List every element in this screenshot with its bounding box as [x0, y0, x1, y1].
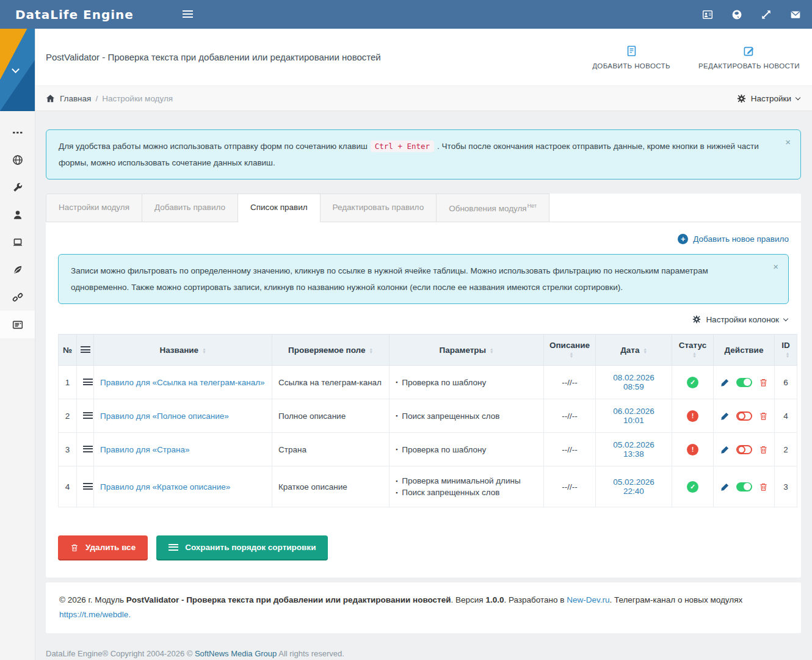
columns-settings-label: Настройки колонок — [706, 315, 779, 324]
row-params-cell: ▪Проверка по шаблону — [390, 433, 544, 466]
col-id[interactable]: ID▲▼ — [775, 335, 797, 366]
drag-handle-icon[interactable] — [83, 483, 93, 490]
topbar-icons — [702, 9, 812, 20]
col-action: Действие — [714, 335, 775, 366]
sidebar-item-themes[interactable] — [0, 256, 35, 283]
settings-dropdown[interactable]: Настройки — [737, 94, 800, 103]
row-number: 2 — [59, 399, 77, 433]
status-icon[interactable]: ! — [687, 444, 698, 455]
date-link[interactable]: 05.02.2026 13:38 — [613, 440, 654, 459]
tab-edit-rule[interactable]: Редактировать правило — [321, 194, 437, 222]
footer-text: . Телеграм-канал о новых модулях — [609, 595, 742, 604]
toggle-switch[interactable] — [736, 482, 752, 491]
sidebar-item-users[interactable] — [0, 201, 35, 228]
add-new-rule-link[interactable]: + Добавить новое правило — [678, 234, 789, 244]
columns-settings-dropdown[interactable]: Настройки колонок — [692, 315, 788, 324]
close-icon[interactable]: × — [773, 262, 778, 271]
delete-all-button[interactable]: Удалить все — [58, 535, 148, 559]
status-icon[interactable]: ✓ — [687, 481, 698, 493]
pencil-icon[interactable] — [720, 378, 730, 387]
row-status-cell: ! — [672, 433, 714, 466]
col-status[interactable]: Статус▲▼ — [672, 335, 714, 366]
drag-handle-icon[interactable] — [83, 446, 93, 452]
rule-name-link[interactable]: Правило для «Полное описание» — [100, 412, 229, 421]
sidebar-item-modules[interactable] — [0, 311, 35, 338]
row-date-cell: 05.02.2026 22:40 — [596, 466, 672, 507]
brand-logo-text[interactable]: DataLife Engine — [0, 7, 134, 22]
close-icon[interactable]: × — [785, 137, 791, 147]
row-number: 1 — [59, 366, 77, 399]
fullscreen-icon[interactable] — [761, 9, 772, 20]
date-link[interactable]: 06.02.2026 10:01 — [613, 407, 654, 425]
save-order-button[interactable]: Сохранить порядок сортировки — [156, 535, 328, 559]
developer-link[interactable]: New-Dev.ru — [567, 595, 609, 604]
link-icon — [12, 292, 23, 303]
columns-settings-row: Настройки колонок — [58, 315, 788, 326]
tab-rules-list[interactable]: Список правил — [238, 194, 321, 222]
col-params[interactable]: Параметры▲▼ — [390, 335, 544, 366]
sidebar-item-more[interactable] — [0, 118, 35, 146]
toggle-switch[interactable] — [736, 445, 752, 454]
pencil-icon[interactable] — [720, 445, 730, 454]
params-list: ▪Проверка минимальной длины▪Поиск запрещ… — [396, 476, 537, 497]
trash-icon[interactable] — [759, 378, 768, 387]
status-icon[interactable]: ✓ — [687, 377, 698, 388]
pencil-icon[interactable] — [720, 412, 730, 421]
trash-icon[interactable] — [759, 482, 768, 491]
rule-name-link[interactable]: Правило для «Краткое описание» — [100, 482, 230, 491]
date-link[interactable]: 08.02.2026 08:59 — [613, 373, 654, 391]
add-news-button[interactable]: ДОБАВИТЬ НОВОСТЬ — [592, 45, 670, 70]
pencil-icon[interactable] — [720, 482, 730, 491]
rule-name-link[interactable]: Правило для «Страна» — [100, 445, 189, 454]
breadcrumb-separator: / — [95, 94, 98, 103]
sidebar-item-site[interactable] — [0, 146, 35, 173]
row-drag-cell[interactable] — [77, 466, 94, 507]
sidebar-logo[interactable] — [0, 29, 35, 111]
edit-news-button[interactable]: РЕДАКТИРОВАТЬ НОВОСТИ — [698, 45, 800, 70]
telegram-link[interactable]: https://t.me/webdle. — [59, 610, 131, 619]
tab-module-updates-label: Обновления модуля — [449, 204, 527, 213]
toggle-switch[interactable] — [736, 378, 752, 387]
module-card: Настройки модуля Добавить правило Список… — [46, 194, 801, 578]
col-name[interactable]: Название▲▼ — [94, 335, 272, 366]
chevron-down-icon — [783, 316, 788, 321]
tab-add-rule[interactable]: Добавить правило — [142, 194, 238, 222]
col-number: № — [59, 335, 77, 366]
list-card-icon — [12, 319, 23, 330]
hamburger-icon — [81, 346, 90, 353]
trash-icon[interactable] — [759, 412, 768, 421]
users-image-icon[interactable] — [702, 9, 713, 20]
toggle-switch[interactable] — [736, 412, 752, 421]
sidebar-item-system[interactable] — [0, 228, 35, 256]
mail-icon[interactable] — [790, 9, 801, 20]
laptop-icon — [12, 237, 23, 248]
tab-module-updates[interactable]: Обновления модуляНет — [437, 194, 549, 222]
status-icon[interactable]: ! — [687, 410, 698, 422]
rule-name-link[interactable]: Правило для «Ссылка на телеграм-канал» — [100, 378, 265, 387]
breadcrumb-home-link[interactable]: Главная — [60, 94, 91, 103]
row-drag-cell[interactable] — [77, 399, 94, 433]
date-link[interactable]: 05.02.2026 22:40 — [613, 477, 654, 496]
col-date[interactable]: Дата▲▼ — [596, 335, 672, 366]
menu-toggle-button[interactable] — [183, 9, 193, 20]
drag-handle-icon[interactable] — [83, 379, 93, 385]
row-date-cell: 08.02.2026 08:59 — [596, 366, 672, 399]
col-field[interactable]: Проверяемое поле▲▼ — [272, 335, 390, 366]
row-number: 3 — [59, 433, 77, 466]
module-footer-line1: © 2026 г. Модуль PostValidator - Проверк… — [59, 593, 788, 607]
params-list: ▪Проверка по шаблону — [396, 445, 537, 454]
row-drag-cell[interactable] — [77, 433, 94, 466]
sidebar-item-links[interactable] — [0, 283, 35, 311]
tab-module-settings[interactable]: Настройки модуля — [46, 194, 142, 222]
softnews-link[interactable]: SoftNews Media Group — [195, 649, 277, 658]
drag-handle-icon[interactable] — [83, 412, 93, 419]
row-status-cell: ✓ — [672, 366, 714, 399]
col-description[interactable]: Описание▲▼ — [544, 335, 596, 366]
sidebar-item-tools[interactable] — [0, 173, 35, 201]
globe-icon[interactable] — [731, 9, 742, 20]
row-drag-cell[interactable] — [77, 366, 94, 399]
content-area: Для удобства работы можно использовать о… — [35, 111, 812, 660]
edit-news-label: РЕДАКТИРОВАТЬ НОВОСТИ — [698, 62, 800, 70]
trash-icon[interactable] — [759, 445, 768, 454]
row-description-cell: --//-- — [544, 466, 596, 507]
